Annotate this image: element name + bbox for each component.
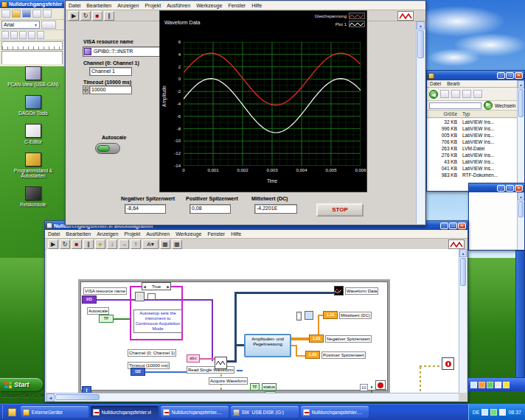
clock[interactable]: 08:37 [508,410,521,415]
taskbar-button[interactable]: ExterneGeräte [21,406,88,418]
abort-button[interactable]: ■ [72,239,82,249]
stop-terminal[interactable]: TF [265,391,276,393]
desktop-icon-image[interactable] [25,66,41,80]
editor-ruler[interactable] [1,41,63,50]
desktop-icon-image[interactable] [25,124,41,138]
up-folder-icon[interactable] [451,90,460,98]
align-left-icon[interactable] [28,31,35,39]
menu-item[interactable]: Ausführen [164,3,193,8]
file-row[interactable]: 005 KB LabVIEW Ins... [427,132,517,139]
forward-icon[interactable] [440,90,449,98]
menu-item[interactable]: Datei [45,231,63,237]
autoscale-terminal[interactable]: TF [99,315,114,323]
scroll-up-icon[interactable]: ▲ [459,249,467,257]
convert-icon[interactable] [305,311,313,320]
tray-icon[interactable] [495,382,501,388]
error-handler-icon[interactable] [442,357,454,370]
case-selector[interactable]: ◀ True ▶ [142,282,171,290]
autoscale-toggle[interactable] [95,143,120,154]
font-size-combo[interactable] [41,21,56,29]
text-settings-dropdown[interactable]: A▾ [142,239,159,249]
autoscale-label[interactable]: Autoscale [87,307,109,315]
taskbar-button[interactable]: Nulldurchgangsfehler.vi [91,406,159,418]
desktop-icon[interactable]: Reiskonsole [3,186,63,207]
scrollbar-thumb[interactable] [460,258,466,286]
close-button[interactable]: × [515,72,523,79]
menu-item[interactable]: Bearb [444,81,462,86]
toggle-knob[interactable] [97,145,110,152]
address-input[interactable] [429,102,481,109]
menu-item[interactable]: Datei [427,81,444,86]
start-button[interactable]: Start [0,378,43,391]
menu-item[interactable]: Bearbeiten [83,3,114,8]
save-icon[interactable] [22,10,31,18]
read-mode-enum[interactable]: Read Single Waveform [187,366,234,374]
close-button[interactable]: × [458,223,466,229]
run-button[interactable]: ▶ [69,11,79,21]
menu-item[interactable]: Fenster [225,3,248,8]
minimize-button[interactable]: _ [497,185,505,192]
desktop-icon-image[interactable] [25,95,41,109]
file-explorer-titlebar[interactable]: _ □ × [427,71,524,80]
editor-document-area[interactable] [1,51,63,64]
run-button[interactable]: ▶ [48,239,58,249]
maximize-button[interactable]: □ [506,185,514,192]
tray-icon[interactable] [481,409,488,416]
background-window-2-scrollbar[interactable]: ▲ [517,192,524,250]
taskbar-button[interactable]: SW_USB.DISK (G:) [231,406,299,418]
align-objects-icon[interactable]: ▦ [160,239,170,249]
neg-peak-label[interactable]: Negativer Spitzenwert [325,335,372,343]
new-document-icon[interactable] [1,10,10,18]
block-diagram-vscrollbar[interactable]: ▲ [459,249,467,393]
express-vi[interactable]: Amplituden- und Pegelmessung [244,334,291,357]
desktop-icon[interactable]: Programmstand & Autostarten [3,153,63,178]
pos-peak-terminal[interactable]: 1.23 [305,351,320,359]
stop-button[interactable]: STOP [316,203,364,217]
back-icon[interactable]: ◀ [429,90,438,99]
desktop-icon-image[interactable] [25,153,41,167]
menu-item[interactable]: Projekt [121,231,143,237]
align-center-icon[interactable] [37,31,44,39]
file-row[interactable]: 041 KB LabVIEW Ins... [427,165,517,172]
bold-icon[interactable] [1,31,9,39]
language-indicator[interactable]: DE [473,410,480,415]
waveform-chart-terminal-icon[interactable] [334,286,344,295]
constant-icon[interactable] [147,293,156,300]
acquire-waveform-label[interactable]: Acquire Waveform [209,377,248,385]
tray-icon[interactable] [490,409,497,416]
decrement-icon[interactable]: ▼ [83,90,88,94]
menu-item[interactable]: Werkzeuge [173,231,204,237]
scroll-up-icon[interactable]: ▲ [518,192,524,200]
run-continuous-button[interactable]: ↻ [60,239,70,249]
step-over-icon[interactable]: → [119,239,129,249]
legend-entry[interactable]: Gleichspannung [315,12,365,20]
underline-icon[interactable] [19,31,27,39]
minimize-button[interactable]: _ [440,223,448,229]
pause-button[interactable]: ∥ [83,239,94,249]
scrollbar-thumb[interactable] [518,89,524,117]
status-label[interactable]: status [262,383,277,391]
scrollbar-thumb[interactable] [55,394,100,400]
menu-item[interactable]: Werkzeuge [193,3,225,8]
step-out-icon[interactable]: ↑ [131,239,141,249]
front-panel-scrollbar[interactable]: ▲ [416,21,425,224]
scroll-up-icon[interactable]: ▲ [518,80,524,88]
tray-icon[interactable] [479,382,485,388]
scrollbar-thumb[interactable] [518,201,524,217]
pos-peak-label[interactable]: Positiver Spitzenwert [321,351,366,359]
editor-titlebar[interactable]: Nulldurchgangsfehler [0,0,64,8]
channel-input[interactable]: Channel 1 [89,67,132,76]
close-button[interactable]: × [515,185,523,192]
timeout-input[interactable]: 10000 [89,85,132,94]
block-diagram-hscrollbar[interactable]: ◀ [46,393,459,401]
channel-label[interactable]: Channel (0: Channel 1) [128,349,176,357]
file-row[interactable]: 276 KB LabVIEW Ins... [427,152,517,158]
tray-icon[interactable] [499,409,506,416]
file-row[interactable]: 32 KB LabVIEW Ins... [427,119,517,125]
case-comment[interactable]: Autosetup sets the instrument to Continu… [133,309,182,333]
menu-item[interactable]: Hilfe [228,231,244,237]
step-into-icon[interactable]: ↓ [107,239,117,249]
menu-item[interactable]: Fenster [204,231,228,237]
folders-icon[interactable] [473,90,482,98]
timeout-stepper[interactable]: ▲▼ [83,85,88,94]
